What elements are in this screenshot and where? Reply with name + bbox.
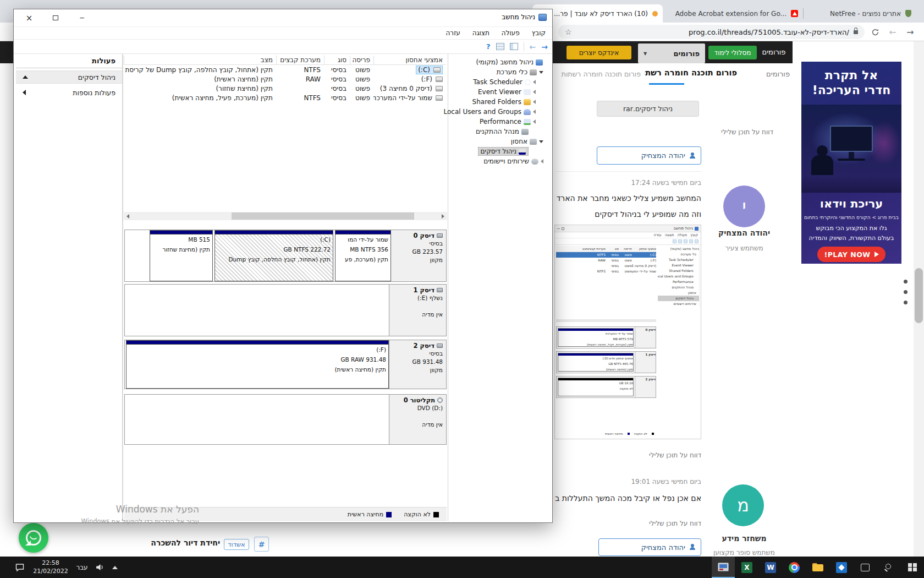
chevron-collapsed-icon[interactable] [533, 119, 536, 124]
tree-item-services-applications[interactable]: שירותים ויישומים [450, 156, 551, 166]
listing-title[interactable]: יחידת דיור להשכרה [139, 538, 220, 547]
column-header-type[interactable]: סוג [324, 56, 350, 64]
chevron-expanded-icon[interactable] [539, 71, 543, 74]
taskbar-app-excel[interactable]: X [735, 557, 758, 578]
tree-item-storage[interactable]: אחסון [450, 137, 551, 146]
taskbar-app-file-explorer[interactable] [806, 557, 829, 578]
disk-0-label[interactable]: דיסק 0 בסיסי GB 223.57 מקוון [389, 230, 446, 281]
window-minimize-button[interactable]: ─ [71, 9, 93, 26]
tree-item-device-manager[interactable]: מנהל ההתקנים [450, 127, 551, 137]
quote-box-2[interactable]: יהודה המצחיק [598, 538, 701, 556]
partition-c-selected[interactable]: (C:) GB NTFS 222.72 תקין (אתחול, קובץ הח… [215, 230, 333, 281]
column-header-volume[interactable]: אמצעי אחסון [373, 56, 446, 64]
listing-city-tag[interactable]: אשדוד [224, 539, 249, 550]
chevron-collapsed-icon[interactable] [533, 90, 536, 94]
tree-item-local-users-groups[interactable]: Local Users and Groups [450, 107, 551, 117]
volume-row-system-reserved[interactable]: שמור על-ידי המערכת פשוט בסיסי NTFS תקין … [124, 93, 446, 102]
breadcrumb-category-secondary[interactable]: פורום תוכנה חומרה רשתות [558, 70, 641, 78]
actions-item-disk-management[interactable]: ניהול דיסקים [16, 70, 122, 84]
column-header-filesystem[interactable]: מערכת קבצים [276, 56, 324, 64]
start-button[interactable] [901, 557, 924, 578]
scroll-right-arrow[interactable] [439, 212, 447, 220]
column-header-status[interactable]: מצב [124, 56, 276, 64]
hscroll-thumb[interactable] [232, 212, 414, 220]
floating-menu-dots[interactable] [904, 280, 908, 307]
volume-button[interactable] [91, 557, 108, 578]
console-tree-toggle-button[interactable] [510, 43, 518, 50]
column-header-layout[interactable]: פריסה [350, 56, 373, 64]
courses-button[interactable]: מסלולי לימוד [708, 46, 757, 59]
tree-item-computer-management[interactable]: ניהול מחשב (מקומי) [450, 57, 551, 67]
chevron-collapsed-icon[interactable] [533, 100, 536, 104]
author-2-name[interactable]: משחזר מידע [707, 534, 782, 543]
nav-back-button[interactable]: → [541, 42, 548, 51]
site-nav-forums-link[interactable]: פורומים [758, 48, 790, 56]
export-list-button[interactable] [496, 43, 504, 50]
taskbar-task-view-button[interactable] [854, 557, 877, 578]
taskbar-app-word[interactable]: W [759, 557, 782, 578]
menu-file[interactable]: קובץ [531, 29, 547, 37]
menu-view[interactable]: תצוגה [471, 29, 491, 37]
taskbar-app-computer-management[interactable] [712, 557, 735, 578]
expand-left-arrow-icon[interactable] [23, 90, 26, 95]
chevron-collapsed-icon[interactable] [533, 80, 536, 84]
tree-item-performance[interactable]: Performance [450, 117, 551, 127]
tree-item-shared-folders[interactable]: Shared Folders [450, 97, 551, 107]
taskbar-clock[interactable]: 22:58 21/02/2022 [31, 559, 70, 576]
avatar-author-1[interactable]: י [723, 186, 765, 227]
author-1-name[interactable]: יהודה המצחיק [707, 228, 782, 237]
forums-tab[interactable]: פורומים ▼ [638, 43, 705, 63]
help-button[interactable]: ? [486, 42, 491, 51]
taskbar-app-chrome[interactable] [783, 557, 806, 578]
ad-cta-button[interactable]: PLAY NOW! [817, 247, 886, 262]
bookmark-star-icon[interactable]: ☆ [565, 28, 572, 36]
chevron-collapsed-icon[interactable] [533, 110, 536, 114]
partition-f-raw[interactable]: (F:) GB RAW 931.48 תקין (מחיצה ראשית) [126, 340, 389, 389]
taskbar-app-photos[interactable] [830, 557, 853, 578]
disk-1-label[interactable]: דיסק 1 נשלף (E:) אין מדיה [389, 285, 446, 336]
browser-back-button[interactable]: → [903, 25, 917, 39]
volume-row-f[interactable]: (F:) פשוט בסיסי RAW תקין (מחיצה ראשית) [124, 74, 446, 84]
report-link-3[interactable]: דווח על תוכן שלילי [635, 520, 701, 527]
partition-system-reserved[interactable]: שמור על-ידי המו MB NTFS 356 תקין (מערכת,… [335, 230, 391, 281]
menu-action[interactable]: פעולה [501, 29, 521, 37]
nav-forward-button[interactable]: ← [530, 42, 536, 51]
scroll-left-arrow[interactable] [124, 212, 132, 220]
browser-tab-netfree[interactable]: NetFree - אתרים נפוצים [804, 4, 916, 23]
tree-item-event-viewer[interactable]: Event Viewer [450, 87, 551, 97]
cdrom-0-label[interactable]: תקליטור 0 DVD (D:) אין מדיה [389, 395, 446, 444]
list-hscrollbar[interactable] [124, 212, 447, 220]
tree-item-system-tools[interactable]: כלי מערכת [450, 67, 551, 77]
creators-index-button[interactable]: אינדקס יוצרים [566, 46, 631, 59]
report-link-2[interactable]: דווח על תוכן שלילי [635, 451, 701, 459]
quote-box-1[interactable]: יהודה המצחיק [597, 146, 701, 165]
whatsapp-button[interactable] [19, 523, 48, 553]
menu-help[interactable]: עזרה [445, 29, 461, 37]
window-close-button[interactable]: × [18, 9, 40, 26]
cm-title-bar[interactable]: × ─ ניהול מחשב [14, 9, 552, 27]
avatar-author-2[interactable]: מ [722, 484, 764, 526]
volume-row-disk0-part3[interactable]: (דיסק 0 מחיצה 3) פשוט בסיסי תקין (מחיצת … [124, 84, 446, 93]
attachment-chip[interactable]: ניהול דיסקים.rar [597, 101, 699, 117]
ad-banner[interactable]: אל תקרת חדרי העריכה! עריכת וידאו בבית פר… [801, 62, 901, 264]
browser-forward-button[interactable]: ← [886, 25, 900, 39]
taskbar-search-button[interactable] [877, 557, 900, 578]
tray-overflow-button[interactable] [108, 557, 122, 578]
tree-item-task-scheduler[interactable]: Task Scheduler [450, 77, 551, 87]
collapse-arrow-icon[interactable] [23, 75, 28, 79]
listing-hash-icon[interactable]: # [254, 537, 269, 552]
volume-row-c[interactable]: (C:) פשוט בסיסי NTFS תקין (אתחול, קובץ ה… [124, 65, 446, 74]
action-center-button[interactable] [10, 557, 30, 578]
tree-item-disk-management[interactable]: ניהול דיסקים [450, 146, 551, 156]
chevron-expanded-icon[interactable] [539, 140, 543, 143]
page-scrollbar-thumb[interactable] [915, 268, 923, 323]
window-maximize-button[interactable] [45, 9, 67, 26]
browser-reload-button[interactable] [868, 25, 882, 39]
language-indicator[interactable]: עבר [73, 557, 91, 578]
disk-2-label[interactable]: דיסק 2 בסיסי GB 931.48 מקוון [389, 340, 446, 389]
browser-tab-adobe[interactable]: Adobe Acrobat extension for Go... [663, 4, 803, 23]
breadcrumb-category[interactable]: פורום תוכנה חומרה רשתות [645, 68, 737, 77]
post-attachment-image[interactable]: ניהול מחשב קובץ פעולה תצוגה עזרה ניהול מ… [554, 225, 701, 439]
actions-item-more-actions[interactable]: פעולות נוספות [16, 86, 122, 99]
address-bar[interactable]: prog.co.il/threads/751005.הארד-דיסק-לא-ע… [558, 25, 865, 39]
